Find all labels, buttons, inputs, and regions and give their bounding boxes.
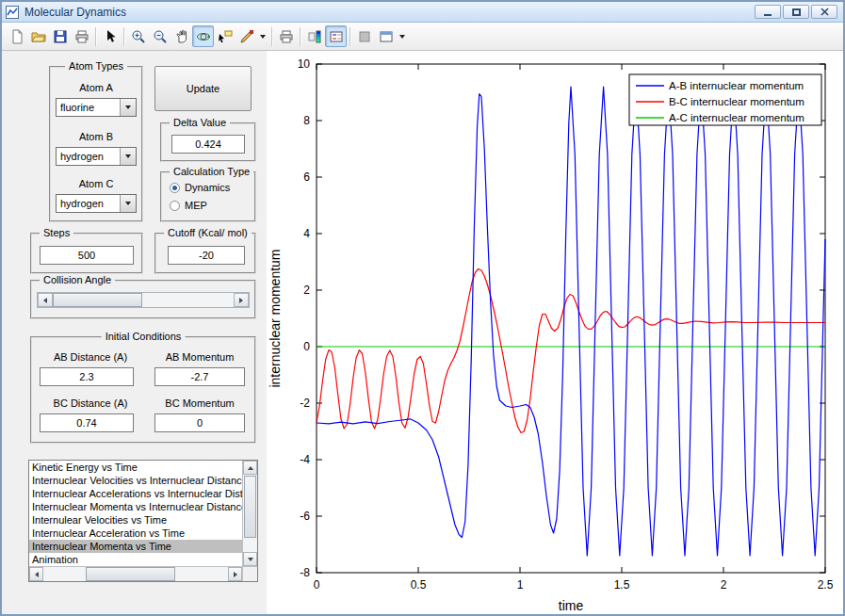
update-button[interactable]: Update xyxy=(154,66,252,111)
svg-text:2: 2 xyxy=(303,284,310,297)
svg-text:-6: -6 xyxy=(300,510,310,523)
titlebar: Molecular Dynamics xyxy=(2,2,843,23)
scrollbar-thumb[interactable] xyxy=(86,567,175,581)
toolbar-overflow-button[interactable] xyxy=(397,25,408,47)
zoom-out-tool-button[interactable] xyxy=(149,25,171,47)
insert-colorbar-button[interactable] xyxy=(303,25,325,47)
maximize-button[interactable] xyxy=(783,5,809,19)
insert-legend-button[interactable] xyxy=(325,25,347,47)
zoom-in-tool-button[interactable] xyxy=(127,25,149,47)
chevron-down-icon xyxy=(399,35,405,39)
figure-palette-icon xyxy=(357,29,372,44)
scroll-up-button[interactable] xyxy=(243,461,257,475)
plot-browser-button[interactable] xyxy=(375,25,397,47)
horizontal-scrollbar[interactable] xyxy=(29,566,242,581)
toolbar-separator xyxy=(271,27,272,46)
calculation-type-panel: Calculation Type Dynamics MEP xyxy=(160,171,256,222)
initial-conditions-panel: Initial Conditions AB Distance (A) AB Mo… xyxy=(30,336,256,444)
atom-b-dropdown[interactable]: hydrogen xyxy=(56,147,137,166)
brush-icon xyxy=(239,29,254,44)
list-item[interactable]: Animation xyxy=(29,553,242,566)
bc-momentum-field[interactable] xyxy=(154,413,245,432)
plot-axes[interactable]: -8-6-4-2024681000.511.522.5timeinternucl… xyxy=(267,51,843,614)
pan-tool-button[interactable] xyxy=(171,25,192,47)
ab-momentum-label: AB Momentum xyxy=(149,351,251,363)
plot-type-listbox[interactable]: Kinetic Energy vs Time Internuclear Velo… xyxy=(28,460,258,582)
list-item[interactable]: Internulear Velocities vs Time xyxy=(29,513,242,527)
slider-thumb[interactable] xyxy=(53,293,142,307)
bc-distance-field[interactable] xyxy=(40,413,134,432)
brush-tool-button[interactable] xyxy=(236,25,257,47)
list-item[interactable]: Internuclear Acceleration vs Time xyxy=(29,527,242,540)
steps-title: Steps xyxy=(40,227,73,238)
zoom-in-icon xyxy=(131,29,146,44)
cutoff-panel: Cutoff (Kcal/ mol) xyxy=(154,233,256,274)
slider-right-arrow[interactable] xyxy=(234,293,249,307)
open-file-button[interactable] xyxy=(27,25,49,47)
list-item[interactable]: Internuclear Momenta vs Time xyxy=(29,540,242,553)
scroll-right-button[interactable] xyxy=(228,567,242,581)
ab-distance-field[interactable] xyxy=(40,367,134,386)
scrollbar-corner xyxy=(242,566,257,581)
cutoff-field[interactable] xyxy=(168,246,245,265)
save-button[interactable] xyxy=(49,25,71,47)
print-button[interactable] xyxy=(71,25,92,47)
scroll-down-button[interactable] xyxy=(243,552,257,566)
maximize-icon xyxy=(792,8,801,16)
dynamics-radio[interactable]: Dynamics xyxy=(170,182,230,193)
steps-field[interactable] xyxy=(40,246,134,265)
svg-text:B-C internuclear momentum: B-C internuclear momentum xyxy=(669,96,804,107)
delta-value-field[interactable] xyxy=(171,135,245,154)
print-figure-button[interactable] xyxy=(275,25,297,47)
slider-left-arrow[interactable] xyxy=(38,293,53,307)
scrollbar-thumb[interactable] xyxy=(244,476,256,538)
mep-radio-label: MEP xyxy=(185,200,207,211)
toolbar xyxy=(2,23,843,51)
calculation-type-title: Calculation Type xyxy=(170,166,253,177)
list-item[interactable]: Kinetic Energy vs Time xyxy=(29,461,242,474)
vertical-scrollbar[interactable] xyxy=(242,461,257,566)
left-arrow-icon xyxy=(35,572,39,577)
svg-text:1: 1 xyxy=(517,578,524,592)
atom-c-label: Atom C xyxy=(51,178,141,189)
svg-text:6: 6 xyxy=(303,170,310,184)
new-file-button[interactable] xyxy=(6,25,27,47)
atom-types-title: Atom Types xyxy=(65,60,127,72)
cutoff-title: Cutoff (Kcal/ mol) xyxy=(164,227,252,238)
bc-distance-label: BC Distance (A) xyxy=(38,397,143,409)
figure-palette-button[interactable] xyxy=(353,25,375,47)
plot-browser-icon xyxy=(379,29,394,44)
close-icon xyxy=(821,8,829,16)
toolbar-separator xyxy=(123,27,124,46)
brush-dropdown-button[interactable] xyxy=(257,25,268,47)
svg-text:0: 0 xyxy=(314,578,320,592)
legend-icon xyxy=(329,29,344,44)
chevron-down-icon xyxy=(260,35,266,39)
scroll-left-button[interactable] xyxy=(29,567,43,581)
dropdown-arrow-button[interactable] xyxy=(120,148,136,165)
svg-text:8: 8 xyxy=(303,114,310,127)
rotate-3d-tool-button[interactable] xyxy=(192,25,214,47)
list-item[interactable]: Internuclear Accelerations vs Internucle… xyxy=(29,487,242,500)
ab-momentum-field[interactable] xyxy=(154,367,245,386)
mep-radio[interactable]: MEP xyxy=(170,200,207,211)
save-icon xyxy=(53,29,68,44)
dropdown-arrow-button[interactable] xyxy=(120,195,136,212)
bc-momentum-label: BC Momentum xyxy=(149,397,251,409)
atom-a-dropdown[interactable]: fluorine xyxy=(56,98,137,117)
svg-text:A-B internuclear momentum: A-B internuclear momentum xyxy=(669,80,804,91)
scrollbar-track[interactable] xyxy=(43,567,228,581)
list-item[interactable]: Internuclear Velocities vs Internuclear … xyxy=(29,474,242,487)
close-button[interactable] xyxy=(811,5,837,19)
up-arrow-icon xyxy=(248,466,253,470)
pointer-tool-button[interactable] xyxy=(99,25,121,47)
radio-icon xyxy=(170,201,180,211)
dropdown-arrow-button[interactable] xyxy=(120,99,136,116)
svg-text:-8: -8 xyxy=(300,566,310,579)
slider-track[interactable] xyxy=(53,293,234,307)
collision-angle-slider[interactable] xyxy=(37,292,250,308)
list-item[interactable]: Internuclear Momenta vs Internuclear Dis… xyxy=(29,500,242,513)
data-cursor-tool-button[interactable] xyxy=(214,25,236,47)
minimize-button[interactable] xyxy=(755,5,781,19)
atom-c-dropdown[interactable]: hydrogen xyxy=(56,194,137,213)
